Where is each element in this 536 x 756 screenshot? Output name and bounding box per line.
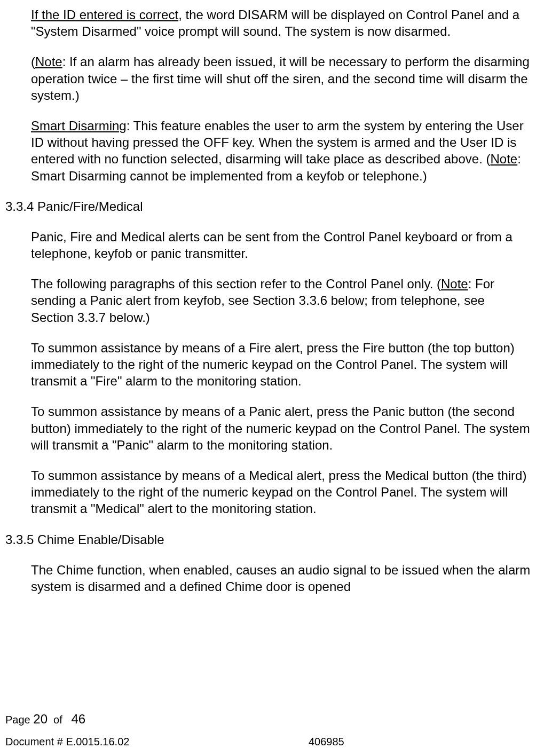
body-text: To summon assistance by means of a Medic…: [31, 468, 526, 516]
body-text: : If an alarm has already been issued, i…: [31, 54, 530, 102]
page-total: 46: [71, 712, 85, 726]
section-heading-chime: 3.3.5 Chime Enable/Disable: [5, 531, 531, 548]
paragraph-note-alarm: (Note: If an alarm has already been issu…: [31, 53, 531, 104]
page-footer: Page 20 of 46 Document # E.0015.16.02 40…: [5, 711, 531, 749]
document-code: 406985: [309, 735, 344, 749]
section-title: Panic/Fire/Medical: [37, 199, 143, 214]
paragraph-smart-disarm: Smart Disarming: This feature enables th…: [31, 117, 531, 184]
footer-page-info: Page 20 of 46: [5, 711, 531, 727]
body-text: To summon assistance by means of a Panic…: [31, 404, 530, 452]
body-text: The Chime function, when enabled, causes…: [31, 563, 530, 594]
document-id: Document # E.0015.16.02: [5, 735, 129, 749]
underline-smart-disarming: Smart Disarming: [31, 119, 127, 133]
underline-note: Note: [441, 277, 468, 291]
page-current: 20: [33, 712, 48, 726]
page-of: of: [53, 714, 62, 726]
paragraph-panic-alert: To summon assistance by means of a Panic…: [31, 403, 531, 453]
paragraph-medical-alert: To summon assistance by means of a Medic…: [31, 467, 531, 517]
section-title: Chime Enable/Disable: [37, 532, 164, 547]
paragraph-fire-alert: To summon assistance by means of a Fire …: [31, 340, 531, 390]
body-text: The following paragraphs of this section…: [31, 277, 441, 291]
paragraph-disarm-correct: If the ID entered is correct, the word D…: [31, 6, 531, 40]
paragraph-panic-note: The following paragraphs of this section…: [31, 275, 531, 326]
section-number: 3.3.5: [5, 531, 34, 548]
paren-open: (: [31, 54, 35, 69]
paragraph-chime-function: The Chime function, when enabled, causes…: [31, 562, 531, 595]
underline-note: Note: [35, 54, 62, 69]
section-heading-panic-fire-medical: 3.3.4 Panic/Fire/Medical: [5, 198, 531, 215]
paragraph-panic-fire-medical-intro: Panic, Fire and Medical alerts can be se…: [31, 229, 531, 262]
body-text: Panic, Fire and Medical alerts can be se…: [31, 230, 513, 261]
footer-document-info: Document # E.0015.16.02 406985: [5, 735, 531, 749]
body-text: To summon assistance by means of a Fire …: [31, 341, 515, 388]
underline-text: If the ID entered is correct: [31, 7, 178, 22]
page-label: Page: [5, 714, 30, 726]
section-number: 3.3.4: [5, 198, 34, 215]
underline-note: Note: [490, 152, 517, 166]
